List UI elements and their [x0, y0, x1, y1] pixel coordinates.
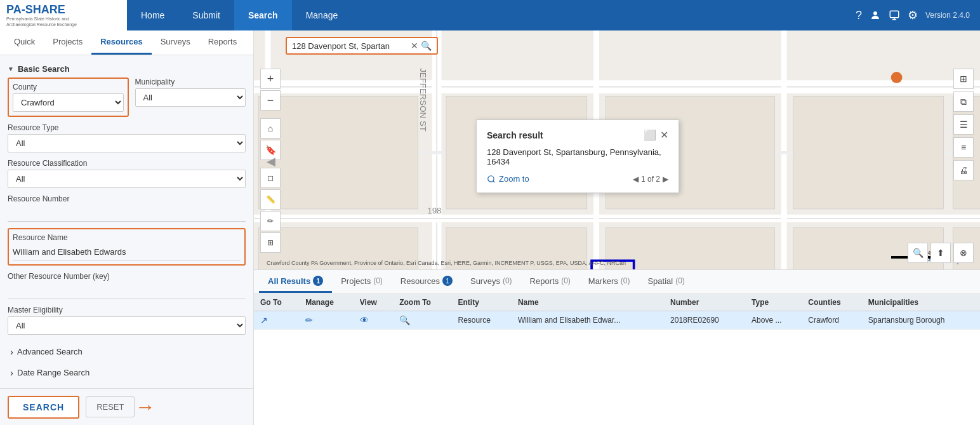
- resource-classification-select[interactable]: All: [8, 170, 246, 188]
- settings-icon[interactable]: ⚙: [908, 8, 918, 22]
- result-tabs: All Results 1 Projects (0) Resources 1 S…: [254, 270, 980, 294]
- resource-type-select[interactable]: All: [8, 134, 246, 152]
- measure-button[interactable]: 📏: [260, 189, 281, 210]
- results-table: Go To Manage View Zoom To Entity Name Nu…: [254, 294, 980, 330]
- popup-address: 128 Davenport St, Spartansburg, Pennsylv…: [487, 147, 668, 166]
- remove-button[interactable]: ⊗: [953, 243, 974, 263]
- resources-label: Resources: [401, 276, 440, 286]
- version-label: Version 2.4.0: [925, 11, 970, 20]
- map-search-submit-icon[interactable]: 🔍: [421, 41, 432, 51]
- resource-classification-label: Resource Classification: [8, 159, 246, 168]
- other-resource-number-input[interactable]: [8, 283, 246, 299]
- grid-view-button[interactable]: ⊞: [953, 69, 974, 89]
- help-icon[interactable]: ?: [856, 9, 862, 22]
- notifications-icon[interactable]: [889, 10, 900, 21]
- left-panel: Quick Projects Resources Surveys Reports…: [0, 30, 254, 425]
- next-page-arrow[interactable]: ▶: [663, 175, 668, 184]
- map-container: N PARK DR 198 JEFFERSON ST MECHANIC ST: [254, 30, 980, 425]
- spatial-count: (0): [675, 276, 685, 285]
- popup-expand-icon[interactable]: ⬜: [644, 129, 656, 141]
- popup-pagination: ◀ 1 of 2 ▶: [633, 175, 668, 184]
- zoom-out-button[interactable]: −: [260, 90, 281, 111]
- projects-label: Projects: [341, 276, 371, 286]
- nav-submit[interactable]: Submit: [178, 0, 234, 30]
- manage-icon[interactable]: ✏: [305, 315, 313, 325]
- svg-point-33: [891, 72, 903, 83]
- select-button[interactable]: ◻: [260, 168, 281, 188]
- svg-rect-1: [890, 11, 899, 18]
- nav-home[interactable]: Home: [127, 0, 178, 30]
- upload-button[interactable]: ⬆: [930, 243, 951, 263]
- popup-controls: ⬜ ✕: [644, 129, 668, 141]
- municipality-group: Municipality All: [135, 78, 246, 117]
- map-attribution: Crawford County PA Government, Province …: [267, 260, 626, 266]
- logo-main: PA-SHARE: [6, 3, 77, 17]
- resource-classification-group: Resource Classification All: [8, 159, 246, 188]
- search-location-button[interactable]: 🔍: [908, 243, 928, 263]
- prev-page-arrow[interactable]: ◀: [633, 175, 639, 184]
- popup-close-icon[interactable]: ✕: [660, 129, 668, 141]
- resource-number-label: Resource Number: [8, 194, 246, 203]
- result-tab-spatial[interactable]: Spatial (0): [639, 271, 693, 293]
- row-zoom[interactable]: 🔍: [393, 311, 451, 330]
- view-icon[interactable]: 👁: [360, 315, 369, 325]
- map-search-clear-icon[interactable]: ✕: [411, 41, 418, 51]
- row-type: Above ...: [745, 311, 802, 330]
- reset-button[interactable]: RESET: [86, 396, 135, 417]
- zoom-to-label: Zoom to: [499, 174, 529, 184]
- resource-name-input[interactable]: [13, 244, 241, 260]
- zoom-in-button[interactable]: +: [260, 69, 281, 89]
- tab-markers[interactable]: Marke...: [246, 30, 254, 55]
- county-select[interactable]: Crawford: [13, 93, 124, 112]
- draw-button[interactable]: ✏: [260, 211, 281, 231]
- svg-text:JEFFERSON ST: JEFFERSON ST: [418, 68, 428, 132]
- col-manage: Manage: [299, 294, 354, 311]
- col-goto: Go To: [254, 294, 299, 311]
- result-tab-reports[interactable]: Reports (0): [521, 271, 579, 293]
- resource-number-group: Resource Number: [8, 194, 246, 222]
- popup-zoom-to[interactable]: Zoom to: [487, 174, 529, 184]
- row-manage[interactable]: ✏: [299, 311, 354, 330]
- logo-area: PA-SHARE Pennsylvania State Historic and…: [0, 0, 127, 30]
- tab-surveys[interactable]: Surveys: [152, 30, 199, 55]
- other-resource-number-group: Other Resource Number (key): [8, 272, 246, 299]
- basic-search-header[interactable]: ▼ Basic Search: [8, 60, 246, 78]
- advanced-search-link[interactable]: Advanced Search: [8, 341, 246, 362]
- date-range-search-link[interactable]: Date Range Search: [8, 362, 246, 383]
- resource-number-input[interactable]: [8, 205, 246, 222]
- master-eligibility-select[interactable]: All: [8, 316, 246, 335]
- markers-count: (0): [621, 276, 630, 285]
- table-button[interactable]: ⊞: [260, 233, 281, 253]
- result-tab-projects[interactable]: Projects (0): [332, 271, 392, 293]
- nav-manage[interactable]: Manage: [292, 0, 352, 30]
- result-tab-all[interactable]: All Results 1: [259, 271, 332, 293]
- legend-button[interactable]: ≡: [953, 137, 974, 158]
- result-tab-markers[interactable]: Markers (0): [579, 271, 639, 293]
- result-tab-surveys[interactable]: Surveys (0): [461, 271, 521, 293]
- zoom-icon[interactable]: 🔍: [399, 315, 410, 325]
- tab-quick[interactable]: Quick: [5, 30, 44, 55]
- goto-icon[interactable]: ↗: [260, 315, 268, 325]
- top-navigation: PA-SHARE Pennsylvania State Historic and…: [0, 0, 980, 30]
- projects-count: (0): [373, 276, 383, 285]
- user-icon[interactable]: [870, 10, 881, 21]
- nav-search[interactable]: Search: [234, 0, 292, 30]
- row-view[interactable]: 👁: [354, 311, 393, 330]
- municipality-select[interactable]: All: [135, 88, 246, 107]
- col-entity: Entity: [452, 294, 512, 311]
- row-municipalities: Spartansburg Borough: [862, 311, 980, 330]
- panel-collapse-button[interactable]: ◀: [267, 154, 275, 168]
- row-goto[interactable]: ↗: [254, 311, 299, 330]
- map-search-bar: ✕ 🔍: [286, 37, 438, 55]
- tab-projects[interactable]: Projects: [44, 30, 91, 55]
- home-button[interactable]: ⌂: [260, 118, 281, 138]
- map-search-input[interactable]: [292, 41, 408, 51]
- tab-reports[interactable]: Reports: [199, 30, 246, 55]
- tab-resources[interactable]: Resources: [91, 30, 151, 55]
- print-button[interactable]: 🖨: [953, 160, 974, 180]
- result-tab-resources[interactable]: Resources 1: [392, 271, 461, 293]
- col-number: Number: [664, 294, 745, 311]
- search-button[interactable]: SEARCH: [8, 396, 79, 419]
- layers-button[interactable]: ☰: [953, 114, 974, 135]
- filter-button[interactable]: ⧉: [953, 91, 974, 112]
